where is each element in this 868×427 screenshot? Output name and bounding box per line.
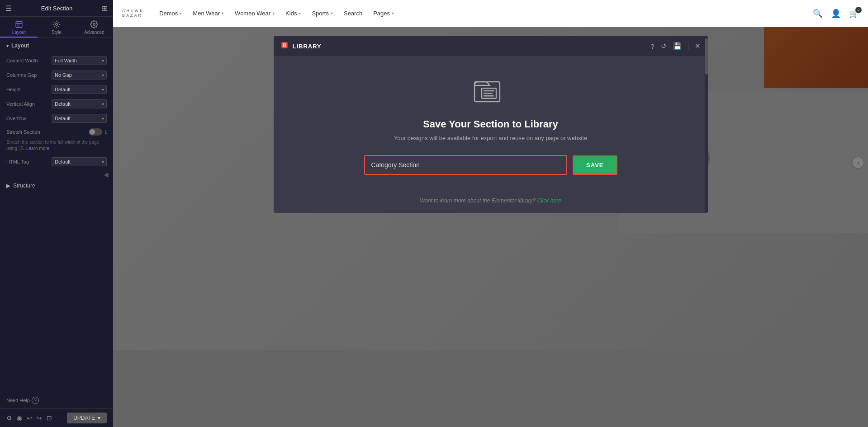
svg-rect-5 — [281, 42, 287, 48]
nav-item-pages[interactable]: Pages ▾ — [373, 10, 394, 17]
redo-icon[interactable]: ↪ — [37, 414, 42, 422]
need-help[interactable]: Need Help ? — [6, 397, 39, 404]
structure-section-title: Structure — [13, 183, 35, 189]
modal-refresh-button[interactable]: ↺ — [661, 42, 667, 50]
save-button-wrapper: SAVE — [573, 155, 617, 175]
nav-item-search[interactable]: Search — [344, 10, 362, 17]
update-label: UPDATE — [73, 415, 95, 421]
settings-icon[interactable]: ⚙ — [6, 414, 12, 422]
height-label: Height — [6, 87, 52, 92]
learn-more-link[interactable]: Learn more. — [26, 146, 51, 151]
modal-close-button[interactable]: ✕ — [695, 42, 701, 50]
stretch-hint: Stretch the section to the full width of… — [0, 138, 113, 155]
stretch-section-label: Stretch Section — [6, 129, 89, 135]
search-icon[interactable]: 🔍 — [813, 9, 823, 19]
svg-point-3 — [56, 23, 58, 26]
sidebar-header: ☰ Edit Section ⊞ — [0, 0, 113, 17]
toggle-info-icon: ℹ — [105, 129, 107, 135]
sidebar: ☰ Edit Section ⊞ Layout Style Advanced ▾… — [0, 0, 113, 427]
html-tag-row: HTML Tag Default header main footer div — [0, 155, 113, 169]
modal-footer-text: Want to learn more about the Elementor l… — [420, 197, 536, 204]
hamburger-icon[interactable]: ☰ — [5, 4, 12, 13]
modal-body: Save Your Section to Library Your design… — [274, 56, 708, 188]
html-tag-label: HTML Tag — [6, 159, 52, 164]
html-tag-select[interactable]: Default header main footer div — [52, 157, 107, 166]
collapse-icon[interactable]: ◀ — [104, 171, 109, 178]
sidebar-footer-toolbar: ⚙ ◉ ↩ ↪ ⊡ UPDATE ▾ — [0, 408, 113, 427]
vertical-align-select-wrapper[interactable]: Default Top Middle Bottom — [52, 99, 107, 108]
modal-scrollbar-thumb[interactable] — [705, 38, 708, 75]
tab-advanced-label: Advanced — [84, 30, 104, 35]
layout-section-header[interactable]: ▾ Layout — [0, 38, 113, 53]
nav-item-kids[interactable]: Kids ▾ — [285, 10, 301, 17]
section-name-input[interactable] — [365, 156, 567, 174]
save-button[interactable]: SAVE — [574, 156, 616, 174]
overflow-select-wrapper[interactable]: Default Hidden — [52, 114, 107, 123]
vertical-align-label: Vertical Align — [6, 101, 52, 107]
content-width-select-wrapper[interactable]: Full Width Boxed — [52, 56, 107, 65]
svg-rect-0 — [16, 21, 22, 28]
men-wear-chevron-icon: ▾ — [222, 11, 224, 16]
content-width-select[interactable]: Full Width Boxed — [52, 56, 107, 65]
nav-item-sports[interactable]: Sports ▾ — [312, 10, 333, 17]
nav-item-men-wear[interactable]: Men Wear ▾ — [193, 10, 224, 17]
sidebar-title: Edit Section — [41, 5, 72, 12]
columns-gap-select[interactable]: No Gap Narrow Default Wide — [52, 70, 107, 80]
women-wear-chevron-icon: ▾ — [272, 11, 275, 16]
modal-scrollbar[interactable] — [705, 36, 708, 213]
structure-section-header[interactable]: ▶ Structure — [0, 180, 113, 192]
modal-title: LIBRARY — [293, 43, 322, 50]
user-icon[interactable]: 👤 — [831, 9, 841, 19]
nav-item-women-wear[interactable]: Women Wear ▾ — [235, 10, 275, 17]
library-modal: LIBRARY ? ↺ 💾 ✕ — [274, 36, 708, 213]
update-button[interactable]: UPDATE ▾ — [67, 413, 107, 423]
svg-rect-8 — [285, 46, 286, 47]
stretch-section-row: Stretch Section ℹ — [0, 126, 113, 138]
html-tag-select-wrapper[interactable]: Default header main footer div — [52, 157, 107, 166]
navbar-right: 🔍 👤 🛒 0 — [813, 9, 859, 19]
navbar: CHAWK BAZAR Demos ▾ Men Wear ▾ Women Wea… — [113, 0, 868, 27]
svg-rect-7 — [285, 43, 286, 45]
modal-save-template-button[interactable]: 💾 — [673, 42, 682, 50]
height-select-wrapper[interactable]: Default Fit To Screen Min Height — [52, 85, 107, 94]
library-icon-area — [473, 74, 509, 108]
vertical-align-select[interactable]: Default Top Middle Bottom — [52, 99, 107, 108]
overflow-row: Overflow Default Hidden — [0, 111, 113, 126]
logo-line2: BAZAR — [122, 14, 144, 18]
page-content: eakers Men › LIB — [113, 27, 868, 427]
responsive-icon[interactable]: ⊡ — [47, 414, 52, 422]
modal-header-divider — [688, 42, 688, 50]
modal-header: LIBRARY ? ↺ 💾 ✕ — [274, 36, 708, 56]
tab-advanced[interactable]: Advanced — [76, 17, 113, 38]
modal-form: SAVE — [364, 155, 617, 175]
pages-chevron-icon: ▾ — [392, 11, 394, 16]
height-row: Height Default Fit To Screen Min Height — [0, 82, 113, 97]
cart-icon[interactable]: 🛒 0 — [849, 9, 859, 19]
sidebar-tabs: Layout Style Advanced — [0, 17, 113, 38]
overflow-select[interactable]: Default Hidden — [52, 114, 107, 123]
tab-layout[interactable]: Layout — [0, 17, 38, 38]
kids-chevron-icon: ▾ — [299, 11, 301, 16]
columns-gap-select-wrapper[interactable]: No Gap Narrow Default Wide — [52, 70, 107, 80]
demos-chevron-icon: ▾ — [180, 11, 182, 16]
undo-icon[interactable]: ↩ — [27, 414, 32, 422]
modal-help-button[interactable]: ? — [650, 42, 654, 50]
height-select[interactable]: Default Fit To Screen Min Height — [52, 85, 107, 94]
modal-footer-link[interactable]: Click here — [537, 197, 561, 204]
content-width-row: Content Width Full Width Boxed — [0, 53, 113, 68]
modal-footer: Want to learn more about the Elementor l… — [274, 188, 708, 213]
layout-chevron-icon: ▾ — [6, 43, 9, 48]
modal-subtitle: Your designs will be available for expor… — [394, 135, 587, 141]
columns-gap-label: Columns Gap — [6, 72, 52, 78]
eye-icon[interactable]: ◉ — [17, 414, 22, 422]
columns-gap-row: Columns Gap No Gap Narrow Default Wide — [0, 68, 113, 82]
overflow-label: Overflow — [6, 116, 52, 121]
main-area: CHAWK BAZAR Demos ▾ Men Wear ▾ Women Wea… — [113, 0, 868, 427]
cart-badge: 0 — [855, 7, 862, 13]
sidebar-bottom: Need Help ? — [0, 392, 113, 408]
stretch-section-toggle[interactable] — [89, 128, 102, 136]
tab-style[interactable]: Style — [38, 17, 75, 38]
grid-icon[interactable]: ⊞ — [102, 4, 108, 13]
nav-item-demos[interactable]: Demos ▾ — [159, 10, 182, 17]
tab-style-label: Style — [52, 30, 62, 35]
